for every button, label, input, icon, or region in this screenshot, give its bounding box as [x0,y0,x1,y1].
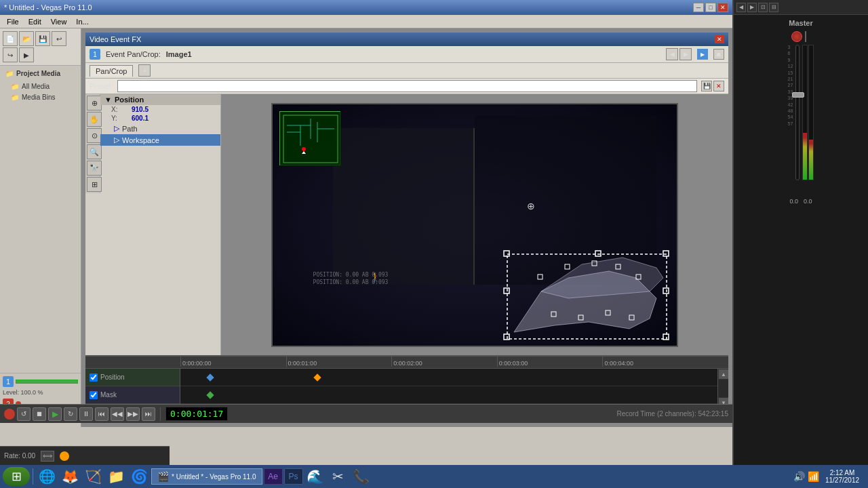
taskbar-ie[interactable]: 🏹 [82,467,104,486]
master-fader[interactable] [795,45,800,180]
play-loop-btn[interactable]: ↻ [64,407,77,421]
network-icon[interactable]: 📶 [808,471,819,482]
epc-tab-icon: 1 [90,49,100,60]
mixer-mode-btn[interactable]: ⊡ [758,3,768,12]
move-tool-btn[interactable]: ✋ [87,112,102,127]
mixer-next-btn[interactable]: ▶ [747,3,757,12]
preset-delete-btn[interactable]: ✕ [713,81,724,92]
media-bins-item[interactable]: 📁 Media Bins [3,92,78,102]
pancrop-tab[interactable]: Pan/Crop [90,65,133,77]
y-value[interactable]: 600.1 [132,115,149,122]
select-tool-btn[interactable]: ⊕ [87,96,102,110]
pancrop-toolbar: Pan/Crop + [85,63,728,79]
mixer-master-label: Master [789,19,812,27]
record-btn[interactable] [4,409,15,420]
vefx-main-content: ⊕ ✋ ⊙ 🔍 🔭 ⊞ [85,94,728,355]
position-x-row: X: 910.5 [100,105,220,114]
epc-prev-btn[interactable]: ◀ [666,48,678,60]
tool-buttons: ⊕ ✋ ⊙ 🔍 🔭 ⊞ [85,94,100,193]
epc-event-label: Event Pan/Crop: [106,50,161,58]
step-fwd-btn[interactable]: ▶▶ [126,407,140,421]
epc-stop-btn[interactable]: ⏹ [713,49,724,60]
position-section-header[interactable]: ▼ Position [100,94,220,105]
warning-indicator[interactable] [60,451,69,461]
all-media-item[interactable]: 📁 All Media [3,81,78,92]
vefx-close-btn[interactable]: ✕ [715,35,724,43]
close-button[interactable]: ✕ [717,3,728,12]
right-mixer-panel: ◀ ▶ ⊡ ⊟ Master 3 6 9 12 [732,0,868,465]
prev-frame-btn[interactable]: ⏮ [95,407,108,421]
scroll-up-btn[interactable]: ▲ [719,369,728,379]
start-button[interactable]: ⊞ [3,467,30,486]
taskbar-chrome[interactable]: 🌐 [36,467,58,486]
handle-tm[interactable] [595,251,601,256]
taskbar-app8[interactable]: 🌊 [304,467,326,486]
fit-btn[interactable]: ⊞ [87,177,102,192]
save-btn[interactable]: 💾 [35,31,50,46]
handle-tr[interactable] [663,251,669,256]
mask-track-label: Mask [85,386,180,404]
keyframe-2[interactable] [313,373,321,381]
position-keyframe-track [180,369,717,386]
keyframe-1[interactable] [206,373,214,381]
fader-thumb[interactable] [792,92,804,98]
cp-1[interactable] [538,274,542,279]
rewind-btn[interactable]: ↺ [17,407,31,421]
play-btn[interactable]: ▶ [48,407,62,421]
keyframe-mask-1[interactable] [206,391,214,399]
handle-mr[interactable] [663,288,669,293]
pause-btn[interactable]: ⏸ [79,407,93,421]
undo-btn[interactable]: ↩ [52,31,66,46]
handle-bl[interactable] [504,334,509,340]
epc-play-btn[interactable]: ▶ [697,49,708,60]
render-btn[interactable]: ▶ [19,47,34,62]
active-window-button[interactable]: 🎬 * Untitled * - Vegas Pro 11.0 [151,468,262,485]
track1-meter [16,380,78,384]
taskbar-skype[interactable]: 📞 [351,467,372,486]
zoom-out-btn[interactable]: 🔭 [87,161,102,176]
mixer-solo-btn[interactable]: ⊟ [769,3,778,12]
scrub-btn[interactable]: ⟺ [41,451,54,462]
stop-btn[interactable]: ⏹ [33,407,46,421]
cp-2[interactable] [565,264,570,269]
redo-btn[interactable]: ↪ [3,47,18,62]
taskbar-files[interactable]: 📁 [105,467,127,486]
mask-track-name: Mask [100,391,117,399]
new-project-btn[interactable]: 📄 [3,31,18,46]
zoom-in-btn[interactable]: 🔍 [87,144,102,159]
taskbar-app5[interactable]: 🌀 [128,467,150,486]
menu-file[interactable]: File [3,16,23,27]
handle-tl[interactable] [504,251,509,256]
left-sidebar: 📄 📂 💾 ↩ ↪ ▶ 📁 Project Media 📁 [0,28,81,427]
taskbar-ps[interactable]: Ps [284,468,303,485]
menu-view[interactable]: View [47,16,71,27]
position-track-checkbox[interactable] [90,373,98,382]
open-btn[interactable]: 📂 [19,31,34,46]
project-media-label: 📁 Project Media [3,68,78,79]
menu-insert[interactable]: In... [72,16,92,27]
preset-input[interactable] [117,80,697,92]
workspace-item[interactable]: ▷ Workspace [100,134,220,146]
preview-canvas[interactable]: ⊕ POSITION: 0.00 AB 0.093 POSITION: 0.00… [271,103,678,347]
minimize-button[interactable]: ─ [693,3,704,12]
taskbar-firefox[interactable]: 🦊 [59,467,81,486]
epc-next-btn[interactable]: ▶ [679,48,692,60]
preset-save-btn[interactable]: 💾 [701,81,712,92]
menu-edit[interactable]: Edit [24,16,45,27]
path-item[interactable]: ▷ Path [100,123,220,134]
mask-track-checkbox[interactable] [90,391,98,399]
handle-ml[interactable] [504,288,509,293]
pancrop-add-btn[interactable]: + [138,64,151,77]
taskbar-app9[interactable]: ✂ [328,467,349,486]
fast-fwd-btn[interactable]: ⏭ [142,407,155,421]
taskbar-ae[interactable]: Ae [264,468,283,485]
mixer-prev-btn[interactable]: ◀ [736,3,746,12]
volume-icon[interactable]: 🔊 [793,471,805,482]
mixer-knob-1[interactable] [791,31,802,42]
zoom-tool-btn[interactable]: ⊙ [87,128,102,143]
x-value[interactable]: 910.5 [132,106,149,113]
step-back-btn[interactable]: ◀◀ [111,407,124,421]
maximize-button[interactable]: □ [705,3,716,12]
preset-buttons: 💾 ✕ [701,81,724,92]
x-label: X: [111,106,132,113]
